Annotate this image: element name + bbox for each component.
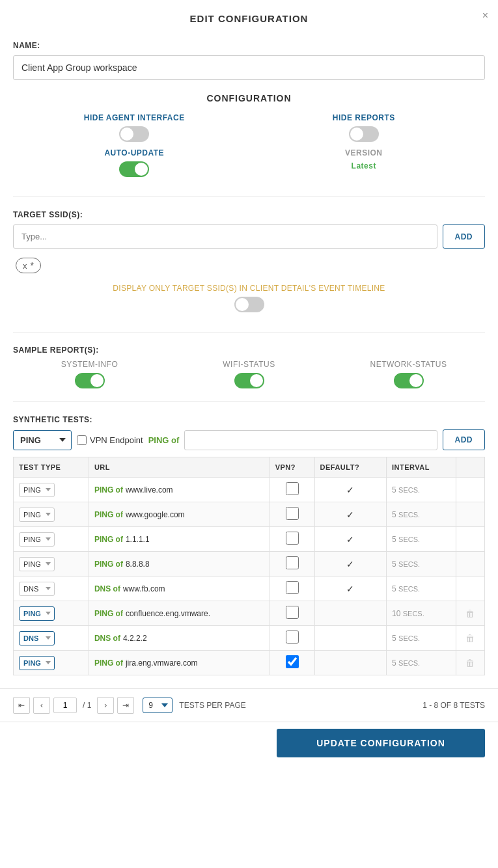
ping-of-input[interactable] bbox=[184, 430, 437, 450]
row-default-cell: ✓ bbox=[314, 478, 387, 502]
config-section-title: CONFIGURATION bbox=[13, 93, 485, 103]
ssid-input-row: ADD bbox=[13, 224, 485, 249]
vpn-endpoint-label: VPN Endpoint bbox=[77, 435, 143, 445]
auto-update-toggle[interactable] bbox=[119, 161, 149, 177]
row-vpn-cell[interactable] bbox=[270, 552, 314, 576]
delete-row-icon[interactable]: 🗑 bbox=[465, 658, 475, 668]
table-row: PINGDNSHTTPDNS of4.2.2.25 SECS.🗑 bbox=[14, 626, 485, 651]
interval-number: 10 bbox=[392, 609, 400, 618]
ssid-timeline-toggle[interactable] bbox=[234, 297, 264, 312]
current-page-input[interactable] bbox=[53, 698, 77, 713]
row-delete-cell bbox=[456, 527, 484, 552]
secs-label: SECS. bbox=[398, 536, 420, 543]
hide-agent-item: HIDE AGENT INTERFACE bbox=[26, 113, 243, 142]
interval-number: 5 bbox=[392, 510, 396, 519]
next-page-button[interactable]: › bbox=[97, 697, 114, 714]
row-default-cell: ✓ bbox=[314, 527, 387, 552]
version-value: Latest bbox=[352, 161, 376, 170]
row-delete-cell[interactable]: 🗑 bbox=[456, 626, 484, 651]
row-vpn-checkbox[interactable] bbox=[286, 655, 299, 668]
per-page-select[interactable]: 5 9 10 20 50 bbox=[143, 698, 173, 713]
first-page-button[interactable]: ⇤ bbox=[13, 697, 30, 714]
interval-number: 5 bbox=[392, 535, 396, 544]
divider-1 bbox=[13, 197, 485, 197]
row-delete-cell[interactable]: 🗑 bbox=[456, 601, 484, 626]
auto-update-slider bbox=[119, 161, 149, 177]
row-delete-cell bbox=[456, 502, 484, 527]
row-vpn-checkbox[interactable] bbox=[286, 581, 299, 594]
default-checkmark: ✓ bbox=[346, 584, 354, 594]
test-type-select[interactable]: PING DNS HTTP bbox=[13, 430, 72, 450]
target-ssid-section: TARGET SSID(S): ADD x * DISPLAY ONLY TAR… bbox=[0, 204, 498, 325]
network-status-toggle[interactable] bbox=[394, 373, 424, 388]
ping-of-label: PING of bbox=[148, 435, 180, 445]
system-info-label: SYSTEM-INFO bbox=[61, 360, 118, 369]
delete-row-icon[interactable]: 🗑 bbox=[465, 633, 475, 644]
delete-row-icon[interactable]: 🗑 bbox=[465, 608, 475, 619]
sample-reports-label: SAMPLE REPORT(S): bbox=[13, 346, 485, 355]
pagination-bar: ⇤ ‹ / 1 › ⇥ 5 9 10 20 50 TESTS PER PAGE … bbox=[0, 688, 498, 722]
row-vpn-cell[interactable] bbox=[270, 651, 314, 675]
row-vpn-cell[interactable] bbox=[270, 601, 314, 626]
row-vpn-cell[interactable] bbox=[270, 527, 314, 552]
secs-label: SECS. bbox=[403, 610, 424, 617]
row-vpn-checkbox[interactable] bbox=[286, 507, 299, 520]
prev-page-button[interactable]: ‹ bbox=[33, 697, 50, 714]
row-type-select[interactable]: PINGDNSHTTP bbox=[19, 631, 55, 645]
configuration-section: CONFIGURATION HIDE AGENT INTERFACE HIDE … bbox=[0, 90, 498, 190]
row-vpn-cell[interactable] bbox=[270, 626, 314, 651]
row-delete-cell[interactable]: 🗑 bbox=[456, 651, 484, 675]
row-type-select[interactable]: PINGDNSHTTP bbox=[19, 557, 55, 571]
table-row: PINGDNSHTTPPING of8.8.8.8✓5 SECS. bbox=[14, 552, 485, 576]
last-page-button[interactable]: ⇥ bbox=[117, 697, 134, 714]
table-row: PINGDNSHTTPPING ofwww.google.com✓5 SECS. bbox=[14, 502, 485, 527]
row-vpn-checkbox[interactable] bbox=[286, 532, 299, 545]
hide-agent-toggle[interactable] bbox=[119, 126, 149, 142]
row-type-select[interactable]: PINGDNSHTTP bbox=[19, 508, 55, 522]
name-section: NAME: bbox=[0, 31, 498, 90]
update-configuration-button[interactable]: UPDATE CONFIGURATION bbox=[277, 729, 485, 757]
row-vpn-cell[interactable] bbox=[270, 576, 314, 601]
row-vpn-cell[interactable] bbox=[270, 478, 314, 502]
tag-text: * bbox=[31, 260, 34, 271]
hide-reports-toggle[interactable] bbox=[349, 126, 379, 142]
modal-container: EDIT CONFIGURATION × NAME: CONFIGURATION… bbox=[0, 0, 498, 868]
row-vpn-checkbox[interactable] bbox=[286, 606, 299, 619]
config-grid-2: AUTO-UPDATE VERSION Latest bbox=[13, 148, 485, 177]
tests-count: 1 - 8 OF 8 TESTS bbox=[422, 701, 485, 710]
row-vpn-checkbox[interactable] bbox=[286, 482, 299, 495]
row-vpn-cell[interactable] bbox=[270, 502, 314, 527]
auto-update-item: AUTO-UPDATE bbox=[26, 148, 243, 177]
close-button[interactable]: × bbox=[482, 10, 488, 21]
ssid-tags: x * bbox=[13, 255, 485, 276]
row-type-select[interactable]: PINGDNSHTTP bbox=[19, 656, 55, 670]
row-vpn-checkbox[interactable] bbox=[286, 631, 299, 644]
row-interval-cell: 5 SECS. bbox=[387, 502, 456, 527]
auto-update-label: AUTO-UPDATE bbox=[104, 148, 164, 157]
name-input[interactable] bbox=[13, 55, 485, 80]
tests-table: TEST TYPE URL VPN? DEFAULT? INTERVAL PIN… bbox=[13, 457, 485, 675]
wifi-status-toggle[interactable] bbox=[234, 373, 264, 388]
system-info-toggle[interactable] bbox=[75, 373, 105, 388]
tag-remove-icon[interactable]: x bbox=[23, 261, 27, 271]
row-interval-cell: 5 SECS. bbox=[387, 576, 456, 601]
row-type-select[interactable]: PINGDNSHTTP bbox=[19, 582, 55, 596]
ssid-add-button[interactable]: ADD bbox=[443, 224, 486, 249]
interval-number: 5 bbox=[392, 485, 396, 495]
vpn-endpoint-checkbox[interactable] bbox=[77, 435, 87, 445]
row-type-select[interactable]: PINGDNSHTTP bbox=[19, 483, 55, 497]
test-add-button[interactable]: ADD bbox=[443, 429, 486, 450]
hide-reports-item: HIDE REPORTS bbox=[256, 113, 473, 142]
row-url-cell: PING ofjira.eng.vmware.com bbox=[89, 651, 270, 675]
row-delete-cell bbox=[456, 478, 484, 502]
config-grid: HIDE AGENT INTERFACE HIDE REPORTS bbox=[13, 113, 485, 142]
row-vpn-checkbox[interactable] bbox=[286, 556, 299, 569]
network-status-slider bbox=[394, 373, 424, 388]
row-url-cell: DNS of4.2.2.2 bbox=[89, 626, 270, 651]
row-type-select[interactable]: PINGDNSHTTP bbox=[19, 606, 55, 621]
interval-number: 5 bbox=[392, 634, 396, 643]
row-type-select[interactable]: PINGDNSHTTP bbox=[19, 532, 55, 547]
row-interval-cell: 5 SECS. bbox=[387, 552, 456, 576]
hide-reports-label: HIDE REPORTS bbox=[333, 113, 395, 122]
ssid-input[interactable] bbox=[13, 224, 437, 249]
